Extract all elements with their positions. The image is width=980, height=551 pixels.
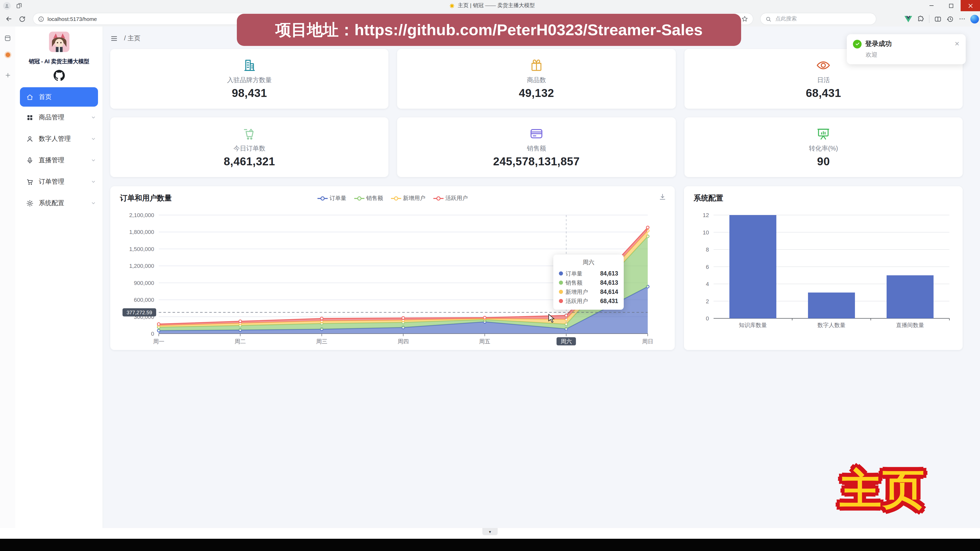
browser-profile-icon[interactable] <box>3 2 11 10</box>
svg-text:周六: 周六 <box>561 338 572 345</box>
svg-text:数字人数量: 数字人数量 <box>818 322 845 328</box>
reveal-taskbar-button[interactable]: ▼ <box>482 528 498 535</box>
success-check-icon <box>853 40 862 48</box>
svg-text:900,000: 900,000 <box>134 280 154 286</box>
breadcrumb: / 主页 <box>124 34 140 43</box>
main-content: / 主页 入驻品牌方数量98,431商品数49,132日活68,431今日订单数… <box>103 27 980 528</box>
edge-strip-add-icon[interactable] <box>0 68 15 82</box>
project-url-banner: 项目地址：https://github.com/PeterH0323/Strea… <box>237 14 741 46</box>
login-success-toast: 登录成功 ✕ 欢迎 <box>847 34 966 64</box>
mouse-cursor <box>548 314 556 323</box>
minimize-button[interactable] <box>922 0 941 11</box>
sidebar-item-4[interactable]: 订单管理 <box>15 171 103 192</box>
svg-text:0: 0 <box>151 330 154 337</box>
tooltip-title: 周六 <box>559 259 618 266</box>
home-icon <box>26 93 34 101</box>
sidebar-item-3[interactable]: 直播管理 <box>15 149 103 171</box>
sidebar-item-label: 系统配置 <box>39 199 85 207</box>
collapse-menu-icon[interactable] <box>110 35 118 42</box>
cart-icon <box>26 178 34 186</box>
stat-card-value: 90 <box>817 155 830 168</box>
star-icon[interactable] <box>741 15 748 22</box>
sidebar-item-label: 数字人管理 <box>39 135 85 143</box>
stat-card-value: 49,132 <box>519 87 554 100</box>
stat-cards-grid: 入驻品牌方数量98,431商品数49,132日活68,431今日订单数8,461… <box>110 49 963 177</box>
chevron-down-icon <box>90 200 97 206</box>
app-avatar <box>49 32 69 52</box>
browser-titlebar: 主页 | 销冠 —— 卖货主播大模型 <box>0 0 980 11</box>
svg-text:周三: 周三 <box>316 338 328 345</box>
tooltip-row: 销售额84,613 <box>559 278 618 287</box>
user-icon <box>26 135 34 143</box>
svg-text:377,272.59: 377,272.59 <box>127 310 152 315</box>
svg-text:周四: 周四 <box>398 338 409 345</box>
edge-sidebar <box>0 27 16 528</box>
back-icon[interactable] <box>2 12 15 25</box>
chevron-down-icon <box>90 157 97 163</box>
browser-tab[interactable]: 主页 | 销冠 —— 卖货主播大模型 <box>449 0 535 11</box>
sidebar-item-2[interactable]: 数字人管理 <box>15 128 103 149</box>
stat-card-label: 日活 <box>817 76 830 85</box>
chevron-down-icon: ▼ <box>488 530 492 534</box>
close-button[interactable] <box>961 0 980 11</box>
browser-window: 主页 | 销冠 —— 卖货主播大模型 localhost:5173/home 点… <box>0 0 980 551</box>
stat-card-1: 商品数49,132 <box>397 49 676 109</box>
stat-card-value: 245,578,131,857 <box>493 155 579 168</box>
stat-card-value: 8,461,321 <box>224 155 275 168</box>
edge-strip-app-icon[interactable] <box>0 32 15 45</box>
github-icon[interactable] <box>53 70 65 81</box>
trolley-icon <box>242 126 257 141</box>
extensions-icon[interactable] <box>917 15 924 23</box>
svg-text:直播间数量: 直播间数量 <box>896 322 924 328</box>
workspaces-icon[interactable] <box>16 2 22 9</box>
stat-card-5: 转化率(%)90 <box>684 118 963 177</box>
vue-devtools-icon[interactable] <box>904 16 912 22</box>
chevron-down-icon <box>90 136 97 142</box>
sidebar-menu: 首页商品管理数字人管理直播管理订单管理系统配置 <box>15 87 103 214</box>
gift-icon <box>529 58 544 73</box>
split-screen-icon[interactable] <box>934 15 942 23</box>
tooltip-row: 新增用户84,614 <box>559 287 618 297</box>
page-watermark: 主页 <box>840 462 925 518</box>
toast-title: 登录成功 <box>865 39 951 48</box>
app-root: 销冠 - AI 卖货主播大模型 首页商品管理数字人管理直播管理订单管理系统配置 … <box>15 27 980 528</box>
svg-text:8: 8 <box>706 246 709 253</box>
sidebar-item-0[interactable]: 首页 <box>20 87 98 106</box>
person-icon <box>4 3 10 8</box>
history-icon[interactable] <box>946 15 954 23</box>
stat-card-label: 销售额 <box>527 144 546 153</box>
svg-text:知识库数量: 知识库数量 <box>739 322 767 328</box>
more-icon[interactable] <box>959 15 966 22</box>
search-box[interactable]: 点此搜索 <box>760 13 877 25</box>
svg-text:周二: 周二 <box>234 338 246 345</box>
svg-text:4: 4 <box>706 281 709 287</box>
sidebar-item-5[interactable]: 系统配置 <box>15 192 103 214</box>
tooltip-row: 订单量84,613 <box>559 269 618 278</box>
stat-card-4: 销售额245,578,131,857 <box>397 118 676 177</box>
chart-tooltip: 周六 订单量84,613销售额84,613新增用户84,614活跃用户68,43… <box>553 254 624 310</box>
svg-text:周日: 周日 <box>642 338 653 345</box>
stat-card-value: 68,431 <box>806 87 841 100</box>
favicon <box>449 3 455 8</box>
edge-strip-extension-icon[interactable] <box>0 48 15 61</box>
sidebar-item-label: 直播管理 <box>39 156 85 165</box>
close-icon[interactable]: ✕ <box>955 41 959 47</box>
system-config-chart-card: 系统配置 024681012NaN" x2="58" y2="259" stro… <box>684 186 963 350</box>
svg-text:周五: 周五 <box>479 338 490 345</box>
maximize-button[interactable] <box>941 0 961 11</box>
refresh-icon[interactable] <box>15 12 29 25</box>
stat-card-label: 商品数 <box>527 76 546 85</box>
info-icon[interactable] <box>38 16 45 22</box>
tooltip-row: 活跃用户68,431 <box>559 297 618 306</box>
chevron-down-icon <box>90 114 97 121</box>
svg-text:2,100,000: 2,100,000 <box>129 212 154 218</box>
bar-chart[interactable]: 024681012NaN" x2="58" y2="259" stroke="#… <box>684 186 959 350</box>
bottom-black-bar <box>0 539 980 551</box>
mic-icon <box>26 156 34 164</box>
stat-card-label: 今日订单数 <box>234 144 266 153</box>
chevron-down-icon <box>90 179 97 185</box>
copilot-icon[interactable] <box>970 14 979 23</box>
gear-icon <box>26 199 34 207</box>
tab-title: 主页 | 销冠 —— 卖货主播大模型 <box>458 2 535 9</box>
sidebar-item-1[interactable]: 商品管理 <box>15 106 103 128</box>
